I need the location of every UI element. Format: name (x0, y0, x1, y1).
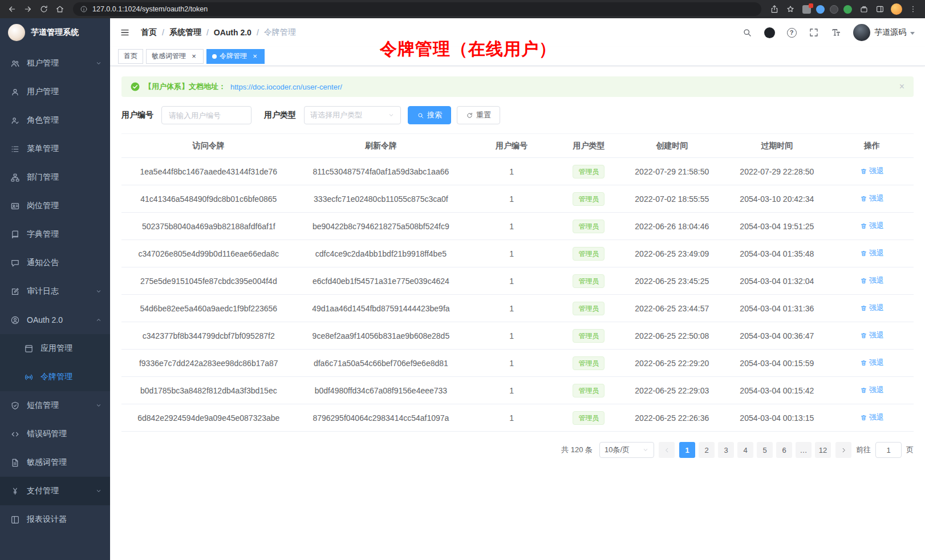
sidebar-item-pay[interactable]: 支付管理 (0, 477, 110, 505)
table-header-row: 访问令牌刷新令牌用户编号用户类型创建时间过期时间操作 (121, 134, 914, 158)
force-logout-button[interactable]: 强退 (860, 303, 884, 313)
force-logout-button[interactable]: 强退 (860, 358, 884, 368)
sidebar-item-oauth[interactable]: OAuth 2.0 (0, 306, 110, 334)
force-logout-button[interactable]: 强退 (860, 166, 884, 176)
force-logout-label: 强退 (869, 221, 884, 231)
breadcrumb-item[interactable]: OAuth 2.0 (214, 28, 251, 37)
sidebar-item-menu[interactable]: 菜单管理 (0, 135, 110, 163)
tab-active-dot (212, 54, 217, 59)
search-button[interactable]: 搜索 (408, 106, 451, 124)
alert-link[interactable]: https://doc.iocoder.cn/user-center/ (230, 83, 342, 91)
tab-close-icon[interactable]: × (251, 52, 259, 60)
table-row: 54d6be82ee5a460a9aedc1f9bf22365649d1aa46… (121, 295, 914, 322)
force-logout-button[interactable]: 强退 (860, 412, 884, 423)
sidebar-item-notice[interactable]: 通知公告 (0, 249, 110, 277)
browser-home-button[interactable] (52, 2, 67, 17)
user-id-input[interactable] (161, 106, 251, 124)
pager-page-3[interactable]: 3 (718, 442, 734, 458)
sidebar-toggle-button[interactable] (115, 22, 135, 43)
cell-action: 强退 (830, 350, 914, 377)
font-size-button[interactable] (830, 26, 842, 39)
extension-icon[interactable] (843, 5, 852, 14)
user-menu[interactable]: 芋道源码 (853, 24, 915, 41)
extension-icon[interactable] (830, 5, 838, 14)
header-search-button[interactable] (741, 26, 753, 39)
sidebar-item-dept[interactable]: 部门管理 (0, 163, 110, 192)
pager-page-12[interactable]: 12 (815, 442, 831, 458)
force-logout-button[interactable]: 强退 (860, 385, 884, 395)
bookmark-button[interactable] (783, 2, 798, 17)
pager-ellipsis[interactable]: … (796, 442, 812, 458)
breadcrumb-item[interactable]: 首页 (141, 27, 157, 38)
github-button[interactable] (763, 26, 776, 39)
force-logout-button[interactable]: 强退 (860, 248, 884, 258)
sidebar-item-oauth-token[interactable]: 令牌管理 (0, 363, 110, 391)
pager-page-5[interactable]: 5 (757, 442, 773, 458)
page-size-select[interactable]: 10条/页 (599, 442, 654, 458)
sidebar-item-sensitive[interactable]: 敏感词管理 (0, 448, 110, 477)
force-logout-button[interactable]: 强退 (860, 275, 884, 286)
force-logout-button[interactable]: 强退 (860, 330, 884, 340)
extension-icon[interactable] (816, 5, 825, 14)
sensitive-icon (10, 458, 20, 468)
breadcrumb-separator: / (206, 28, 209, 37)
app-logo[interactable]: 芋道管理系统 (0, 18, 110, 47)
pager-page-2[interactable]: 2 (699, 442, 715, 458)
pager-page-1[interactable]: 1 (679, 442, 695, 458)
browser-reload-button[interactable] (36, 2, 51, 17)
sidebar-item-label: 租户管理 (27, 58, 59, 68)
sidebar-item-tenant[interactable]: 租户管理 (0, 49, 110, 78)
pager-page-6[interactable]: 6 (776, 442, 792, 458)
help-button[interactable]: ? (785, 26, 798, 39)
pager-page-4[interactable]: 4 (737, 442, 753, 458)
table-row: f9336e7c7dd242a283ee98dc86b17a87dfa6c71a… (121, 350, 914, 377)
delete-icon (860, 387, 867, 394)
tab-item[interactable]: 首页 (118, 49, 143, 64)
force-logout-button[interactable]: 强退 (860, 221, 884, 231)
sidebar-item-role[interactable]: 角色管理 (0, 106, 110, 135)
role-icon (10, 116, 20, 125)
browser-panel-button[interactable] (873, 2, 887, 17)
alert-close-icon[interactable]: × (899, 82, 904, 91)
fullscreen-button[interactable] (808, 26, 820, 39)
sidebar-item-errcode[interactable]: 错误码管理 (0, 420, 110, 448)
user-id-label: 用户编号 (121, 110, 153, 120)
share-button[interactable] (767, 2, 782, 17)
extension-icon[interactable] (802, 5, 811, 14)
force-logout-button[interactable]: 强退 (860, 193, 884, 204)
token-table: 访问令牌刷新令牌用户编号用户类型创建时间过期时间操作 1ea5e44f8bc14… (121, 133, 914, 432)
sidebar-item-user[interactable]: 用户管理 (0, 78, 110, 106)
user-type-badge: 管理员 (573, 220, 605, 233)
user-type-select[interactable]: 请选择用户类型 (304, 106, 401, 124)
sidebar-item-label: 岗位管理 (27, 201, 59, 211)
breadcrumb-item[interactable]: 系统管理 (169, 27, 201, 38)
cell-refresh-token: cdfc4ce9c2da4bb1bdf21b9918ff4be5 (296, 240, 466, 267)
sidebar-item-report[interactable]: 报表设计器 (0, 505, 110, 534)
browser-back-button[interactable] (5, 2, 19, 17)
tabs-bar: 首页敏感词管理×令牌管理× (110, 47, 925, 66)
sidebar-item-oauth-app[interactable]: 应用管理 (0, 334, 110, 363)
sidebar-item-sms[interactable]: 短信管理 (0, 391, 110, 420)
browser-menu-button[interactable] (906, 2, 920, 17)
extensions-puzzle-button[interactable] (857, 2, 871, 17)
sidebar-item-dict[interactable]: 字典管理 (0, 220, 110, 249)
browser-forward-button[interactable] (21, 2, 35, 17)
reset-button[interactable]: 重置 (457, 106, 500, 124)
tab-close-icon[interactable]: × (190, 52, 198, 60)
url-bar[interactable]: 127.0.0.1:1024/system/oauth2/token (73, 2, 761, 16)
cell-expire-time: 2054-03-04 00:15:42 (724, 377, 831, 404)
cell-access-token: 54d6be82ee5a460a9aedc1f9bf223656 (121, 295, 296, 322)
chevron-right-icon (840, 447, 847, 454)
sidebar-item-audit[interactable]: 审计日志 (0, 277, 110, 306)
user-type-badge: 管理员 (573, 356, 605, 370)
goto-page-input[interactable] (875, 442, 902, 458)
next-page-button[interactable] (835, 442, 851, 458)
tab-item[interactable]: 令牌管理× (206, 49, 265, 64)
caret-down-icon (910, 32, 915, 35)
cell-user-type: 管理员 (557, 295, 620, 322)
browser-profile-avatar[interactable] (891, 3, 902, 15)
force-logout-label: 强退 (869, 358, 884, 368)
tab-item[interactable]: 敏感词管理× (146, 49, 204, 64)
sidebar-item-post[interactable]: 岗位管理 (0, 192, 110, 220)
prev-page-button[interactable] (659, 442, 675, 458)
